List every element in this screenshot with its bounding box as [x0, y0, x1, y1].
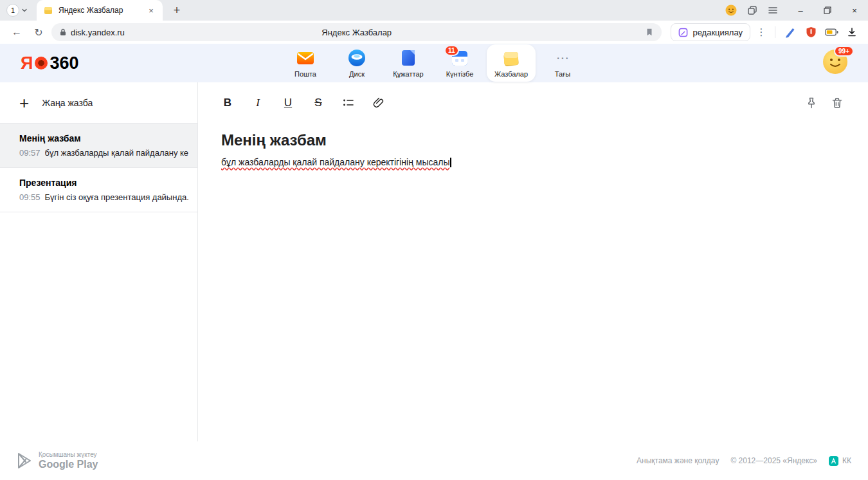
reload-icon[interactable]: ↻	[30, 23, 48, 41]
edit-mode-button[interactable]: редакциялау	[671, 23, 750, 41]
google-play-label: Google Play	[39, 459, 98, 470]
window-restore-button[interactable]	[814, 0, 841, 21]
url-text: disk.yandex.ru	[71, 28, 125, 37]
downloads-icon[interactable]	[844, 24, 860, 41]
more-dots-icon: ⋯	[552, 48, 573, 68]
tab-list-chevron-icon[interactable]	[21, 7, 28, 14]
google-play-link[interactable]: Қосымшаны жүктеу Google Play	[17, 451, 98, 470]
kebab-menu-icon[interactable]: ⋮	[754, 26, 768, 38]
delete-note-button[interactable]	[829, 95, 845, 111]
service-disk[interactable]: Диск	[332, 44, 381, 82]
tabstrip-right-controls	[725, 5, 787, 16]
page-footer: Қосымшаны жүктеу Google Play Анықтама жә…	[0, 441, 868, 480]
strikethrough-button[interactable]: S	[312, 95, 325, 111]
attach-file-button[interactable]	[372, 95, 385, 111]
yandex360-header: Я 360 Пошта Диск Құжаттар 11	[0, 44, 868, 82]
note-list-item-selected[interactable]: Менің жазбам 09:57 бұл жазбаларды қалай …	[0, 124, 197, 168]
toolbar-divider	[775, 26, 775, 38]
pen-extension-icon[interactable]	[782, 24, 799, 41]
main-area: + Жаңа жазба Менің жазбам 09:57 бұл жазб…	[0, 82, 868, 441]
new-note-label: Жаңа жазба	[42, 98, 93, 108]
notes-icon	[501, 48, 521, 68]
copyright-text: © 2012—2025 «Яндекс»	[730, 456, 817, 465]
user-avatar[interactable]: 99+	[823, 50, 847, 77]
plus-icon: +	[19, 95, 29, 111]
new-note-button[interactable]: + Жаңа жазба	[0, 82, 197, 124]
window-minimize-button[interactable]: –	[787, 0, 814, 21]
language-code: КК	[842, 456, 851, 465]
service-label: Тағы	[555, 70, 570, 78]
bookmark-icon[interactable]	[645, 28, 654, 37]
logo-360-text: 360	[50, 53, 78, 73]
window-close-button[interactable]: ×	[841, 0, 868, 21]
yandex360-logo[interactable]: Я 360	[21, 53, 78, 73]
windows-overlap-icon[interactable]	[747, 5, 757, 15]
note-title-field[interactable]: Менің жазбам	[221, 131, 845, 149]
notification-badge: 99+	[834, 46, 854, 57]
service-label: Жазбалар	[494, 70, 528, 78]
text-caret	[450, 158, 451, 167]
calendar-icon: 11	[449, 48, 470, 68]
service-label: Пошта	[294, 70, 316, 78]
language-icon	[829, 456, 838, 466]
back-icon[interactable]: ←	[8, 23, 26, 41]
browser-tabstrip: 1 Яндекс Жазбалар × + – ×	[0, 0, 868, 21]
editor-actions	[804, 95, 845, 111]
omnibox-page-title: Яндекс Жазбалар	[51, 28, 662, 37]
google-play-icon	[17, 452, 32, 469]
window-controls: – ×	[787, 0, 868, 21]
underline-button[interactable]: U	[282, 95, 294, 111]
italic-button[interactable]: I	[251, 95, 264, 111]
service-mail[interactable]: Пошта	[281, 44, 330, 82]
mail-icon	[295, 48, 316, 68]
note-item-preview: Бүгін сіз оқуға презентация дайында...	[45, 192, 188, 202]
bold-button[interactable]: B	[221, 95, 234, 111]
note-item-title: Менің жазбам	[19, 133, 188, 143]
tab-title: Яндекс Жазбалар	[59, 6, 141, 15]
tab-close-icon[interactable]: ×	[146, 6, 156, 15]
note-list-item[interactable]: Презентация 09:55 Бүгін сіз оқуға презен…	[0, 168, 197, 212]
logo-ya-letter: Я	[21, 53, 33, 73]
browser-toolbar: ← ↻ disk.yandex.ru Яндекс Жазбалар редак…	[0, 21, 868, 44]
note-editor: B I U S Менің жазбам бұл жазбаларды қала…	[198, 82, 868, 441]
language-switcher[interactable]: КК	[829, 456, 851, 466]
edit-pencil-icon	[678, 28, 688, 37]
browser-tab-active[interactable]: Яндекс Жазбалар ×	[37, 0, 163, 21]
profile-avatar-icon[interactable]	[725, 5, 737, 16]
new-tab-button[interactable]: +	[169, 4, 185, 17]
calendar-badge: 11	[444, 45, 459, 56]
notes-sidebar: + Жаңа жазба Менің жазбам 09:57 бұл жазб…	[0, 82, 198, 441]
tab-counter-badge[interactable]: 1	[6, 4, 19, 17]
service-label: Диск	[349, 70, 365, 78]
address-bar[interactable]: disk.yandex.ru Яндекс Жазбалар	[51, 23, 662, 41]
logo-ring-icon	[35, 57, 48, 69]
note-item-preview: бұл жазбаларды қалай пайдалану ке...	[45, 148, 188, 158]
service-label: Құжаттар	[393, 70, 423, 78]
note-body-text: бұл жазбаларды қалай пайдалану керектігі…	[221, 157, 449, 167]
note-item-time: 09:57	[19, 148, 41, 158]
note-item-title: Презентация	[19, 178, 188, 188]
services-nav: Пошта Диск Құжаттар 11 Күнтізбе Жазб	[281, 44, 587, 82]
lock-icon	[59, 28, 67, 36]
tab-favicon-notes-icon	[43, 5, 53, 15]
battery-icon[interactable]	[823, 24, 840, 41]
google-play-caption: Қосымшаны жүктеу	[39, 451, 98, 458]
disk-icon	[347, 48, 367, 68]
service-docs[interactable]: Құжаттар	[384, 44, 433, 82]
bullet-list-button[interactable]	[342, 95, 355, 111]
editor-toolbar: B I U S	[221, 82, 845, 124]
service-notes[interactable]: Жазбалар	[487, 44, 536, 82]
shield-extension-icon[interactable]	[802, 24, 819, 41]
note-body-field[interactable]: бұл жазбаларды қалай пайдалану керектігі…	[221, 157, 845, 167]
help-link[interactable]: Анықтама және қолдау	[637, 456, 719, 465]
service-label: Күнтізбе	[446, 70, 474, 78]
footer-links: Анықтама және қолдау © 2012—2025 «Яндекс…	[637, 456, 851, 466]
documents-icon	[398, 48, 419, 68]
service-calendar[interactable]: 11 Күнтізбе	[435, 44, 484, 82]
hamburger-menu-icon[interactable]	[768, 5, 778, 15]
edit-mode-label: редакциялау	[692, 28, 743, 37]
note-item-time: 09:55	[19, 192, 41, 202]
service-more[interactable]: ⋯ Тағы	[538, 44, 587, 82]
pin-note-button[interactable]	[804, 95, 819, 111]
